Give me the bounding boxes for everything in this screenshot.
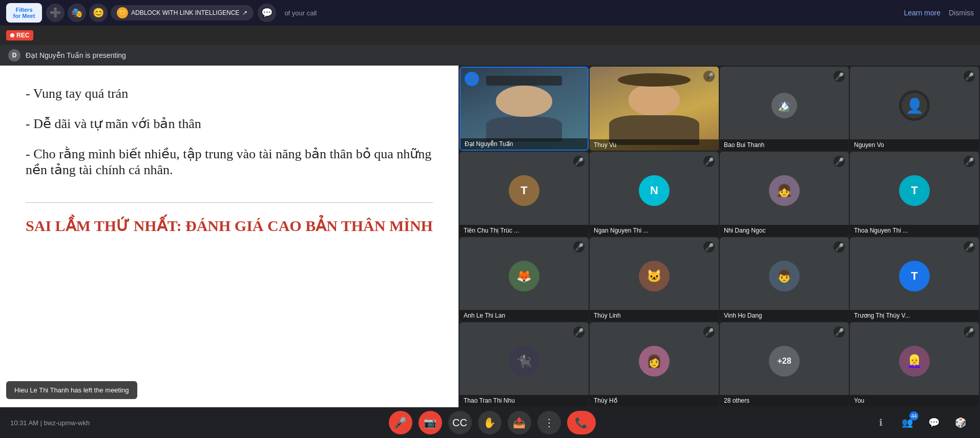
more-icon: ⋮ — [544, 416, 554, 429]
participant-tile[interactable]: 👩 🎤 Thùy Hồ — [590, 322, 719, 406]
meeting-time: 10:31 AM — [10, 419, 38, 427]
mute-icon: 🎤 — [833, 326, 845, 338]
learn-more-link[interactable]: Learn more — [904, 9, 941, 17]
toast-notification: Hieu Le Thi Thanh has left the meeting — [6, 381, 137, 399]
end-call-icon: 📞 — [575, 416, 588, 429]
emoji-icon-btn[interactable]: 😊 — [89, 4, 108, 22]
slide-bullet-2: - Dễ dãi và tự mãn với bản thân — [26, 116, 433, 132]
rec-badge[interactable]: REC — [6, 30, 33, 40]
participant-tile[interactable]: 🎤 Thuy Vu — [590, 67, 719, 151]
chat-button[interactable]: 💬 — [925, 413, 943, 432]
participant-tile[interactable]: 🏔️ 🎤 Bao Bui Thanh — [720, 67, 849, 151]
participant-name-others: 28 others — [720, 395, 849, 406]
activities-button[interactable]: 🎲 — [951, 413, 970, 432]
hand-icon: ✋ — [483, 416, 496, 429]
raise-hand-button[interactable]: ✋ — [478, 411, 502, 434]
participant-tile[interactable]: 🎵 Đạt Nguyễn Tuấn — [460, 67, 589, 151]
slide-divider — [26, 202, 433, 203]
participant-name: Thùy Hồ — [590, 395, 719, 406]
rec-bar: REC — [0, 26, 980, 45]
participant-tile[interactable]: 🦊 🎤 Anh Le Thi Lan — [460, 237, 589, 321]
camera-off-icon: 📷 — [424, 416, 436, 429]
participant-name: Nhi Dang Ngoc — [720, 225, 849, 236]
mute-icon: 🎤 — [833, 156, 845, 167]
participant-tile[interactable]: T 🎤 Tiên Chu Thị Trúc ... — [460, 152, 589, 236]
center-controls: 🎤 📷 CC ✋ 📤 ⋮ 📞 — [113, 411, 871, 434]
participant-name: Tiên Chu Thị Trúc ... — [460, 225, 589, 236]
mute-icon: 🎤 — [573, 326, 585, 338]
participant-tile[interactable]: 🐈‍⬛ 🎤 Thao Tran Thi Nhu — [460, 322, 589, 406]
add-icon-btn[interactable]: ➕ — [46, 4, 65, 22]
presenting-bar: D Đạt Nguyễn Tuấn is presenting — [0, 45, 980, 66]
for-meet-label: for Meet — [13, 13, 35, 19]
participant-name: Bao Bui Thanh — [720, 139, 849, 151]
more-options-button[interactable]: ⋮ — [537, 411, 561, 434]
participant-tile[interactable]: 🐱 🎤 Thùy Linh — [590, 237, 719, 321]
top-bar: Filters for Meet ➕ 🎭 😊 🛡 ADBLOCK WITH LI… — [0, 0, 980, 26]
participant-tile[interactable]: T 🎤 Thoa Nguyen Thi ... — [850, 152, 979, 236]
mute-icon: 🎤 — [833, 71, 845, 82]
participant-tile[interactable]: N 🎤 Ngan Nguyen Thi ... — [590, 152, 719, 236]
info-button[interactable]: ℹ — [871, 413, 890, 432]
participant-tile[interactable]: 👤 🎤 Nguyen Vo — [850, 67, 979, 151]
mute-icon: 🎤 — [833, 241, 845, 253]
slide-content: - Vung tay quá trán - Dễ dãi và tự mãn v… — [0, 66, 458, 407]
adblock-icon: 🛡 — [117, 7, 128, 18]
mute-icon: 🎤 — [703, 71, 715, 82]
participant-tile-you[interactable]: 👱‍♀️ 🎤 You — [850, 322, 979, 406]
participants-count: 44 — [909, 411, 919, 421]
slide-red-heading: SAI LẦM THỨ NHẤT: ĐÁNH GIÁ CAO BẢN THÂN … — [26, 215, 433, 237]
end-call-button[interactable]: 📞 — [567, 411, 596, 434]
mute-button[interactable]: 🎤 — [389, 411, 412, 434]
mute-icon: 🎤 — [964, 71, 975, 82]
separator: | — [40, 419, 44, 427]
participant-name: Vinh Ho Dang — [720, 310, 849, 321]
adblock-badge[interactable]: 🛡 ADBLOCK WITH LINK INTELLIGENCE ↗ — [111, 5, 254, 20]
participant-tile[interactable]: 👧 🎤 Nhi Dang Ngoc — [720, 152, 849, 236]
slide-bullet-1: - Vung tay quá trán — [26, 86, 433, 101]
audio-active-icon: 🎵 — [465, 72, 479, 86]
audio-icon: 🎤 — [964, 326, 975, 338]
mute-icon: 🎤 — [964, 156, 975, 167]
participant-name: Anh Le Thi Lan — [460, 310, 589, 321]
participants-panel: 🎵 Đạt Nguyễn Tuấn 🎤 Thuy Vu 🏔️ — [458, 66, 980, 407]
participant-name: Thao Tran Thi Nhu — [460, 395, 589, 406]
mic-off-icon: 🎤 — [394, 416, 407, 429]
participant-tile[interactable]: 👦 🎤 Vinh Ho Dang — [720, 237, 849, 321]
captions-button[interactable]: CC — [448, 411, 472, 434]
adblock-label: ADBLOCK WITH LINK INTELLIGENCE — [131, 9, 239, 16]
participant-name: Ngan Nguyen Thi ... — [590, 225, 719, 236]
right-controls: ℹ 👥 44 💬 🎲 — [871, 413, 970, 432]
mute-icon: 🎤 — [964, 241, 975, 253]
participant-name: Thùy Linh — [590, 310, 719, 321]
mute-icon: 🎤 — [573, 156, 585, 167]
present-button[interactable]: 📤 — [508, 411, 531, 434]
bottom-toolbar: 10:31 AM | bwz-upmw-wkh 🎤 📷 CC ✋ 📤 ⋮ � — [0, 407, 980, 438]
participants-button[interactable]: 👥 44 — [898, 413, 916, 432]
mute-icon: 🎤 — [573, 241, 585, 253]
meeting-id: bwz-upmw-wkh — [44, 419, 90, 427]
presenting-text: Đạt Nguyễn Tuấn is presenting — [26, 51, 126, 59]
chat-icon-btn[interactable]: 💬 — [258, 4, 276, 22]
info-icon: ℹ — [879, 417, 883, 428]
time-meeting-info: 10:31 AM | bwz-upmw-wkh — [10, 419, 113, 427]
dismiss-link[interactable]: Dismiss — [949, 9, 974, 17]
slide-bullet-3: - Cho rằng mình biết nhiều, tập trung và… — [26, 146, 433, 178]
effects-icon-btn[interactable]: 🎭 — [68, 4, 86, 22]
camera-button[interactable]: 📷 — [419, 411, 442, 434]
activities-icon: 🎲 — [955, 417, 966, 428]
call-text: of your call — [279, 9, 904, 17]
top-bar-right: Learn more Dismiss — [904, 9, 974, 17]
slide-area: - Vung tay quá trán - Dễ dãi và tự mãn v… — [0, 66, 458, 407]
participant-name-you: You — [850, 395, 979, 406]
toast-text: Hieu Le Thi Thanh has left the meeting — [14, 386, 129, 394]
audio-icon: 🎤 — [703, 326, 715, 338]
main-area: - Vung tay quá trán - Dễ dãi và tự mãn v… — [0, 66, 980, 407]
participant-tile[interactable]: T 🎤 Trương Thị Thùy V... — [850, 237, 979, 321]
participant-tile-others[interactable]: +28 🎤 28 others — [720, 322, 849, 406]
participant-name: Trương Thị Thùy V... — [850, 310, 979, 321]
participant-name: Đạt Nguyễn Tuấn — [461, 138, 588, 150]
filters-badge[interactable]: Filters for Meet — [6, 3, 42, 23]
participant-name: Thoa Nguyen Thi ... — [850, 225, 979, 236]
audio-icon: 🎤 — [703, 241, 715, 253]
